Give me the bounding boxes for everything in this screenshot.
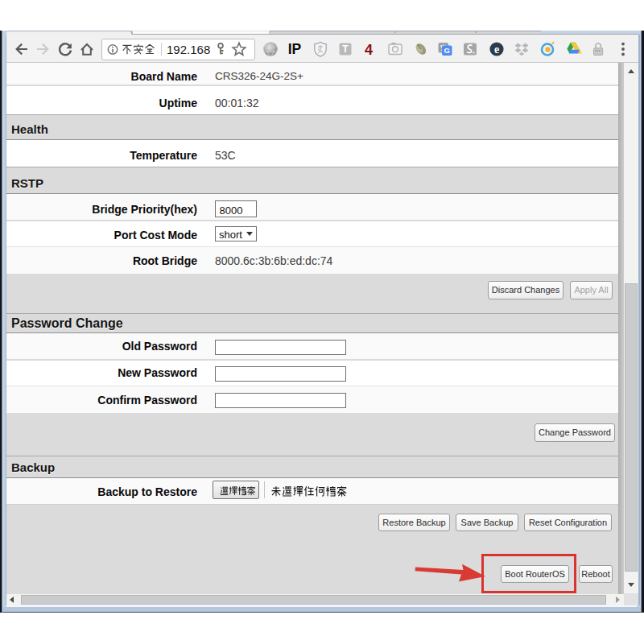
svg-text:G: G [444, 46, 450, 55]
svg-text:e: e [494, 43, 499, 56]
svg-text:4: 4 [365, 42, 373, 58]
svg-text:T: T [342, 43, 349, 55]
svg-text:IP: IP [288, 41, 302, 57]
